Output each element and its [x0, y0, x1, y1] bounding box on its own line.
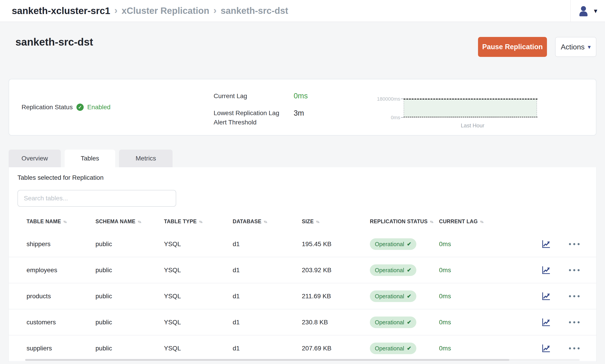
- cell-current-lag: 0ms: [439, 345, 451, 352]
- table-row[interactable]: employees public YSQL d1 203.92 KB Opera…: [9, 257, 597, 283]
- cell-current-lag: 0ms: [439, 240, 451, 248]
- status-badge: Operational✔: [370, 290, 416, 302]
- lag-chart-xlabel: Last Hour: [448, 122, 498, 129]
- actions-button-label: Actions: [561, 43, 585, 51]
- table-body: shippers public YSQL d1 195.45 KB Operat…: [9, 231, 597, 362]
- lag-threshold-label: Lowest Replication Lag Alert Threshold: [214, 108, 289, 127]
- lag-current-line: [404, 117, 538, 117]
- column-header-size[interactable]: SIZE ▾▴: [302, 219, 319, 225]
- cell-database: d1: [233, 240, 240, 248]
- breadcrumb-universe[interactable]: sanketh-xcluster-src1: [12, 5, 110, 16]
- current-lag-label: Current Lag: [214, 92, 247, 100]
- cell-current-lag: 0ms: [439, 267, 451, 274]
- horizontal-scrollbar-thumb[interactable]: [25, 359, 509, 361]
- row-metrics-chart-button[interactable]: [541, 317, 551, 327]
- lag-threshold-line: [404, 99, 538, 100]
- cell-schema-name: public: [95, 293, 112, 300]
- status-badge: Operational✔: [370, 342, 416, 354]
- row-metrics-chart-button[interactable]: [541, 265, 551, 275]
- sort-icon: ▾▴: [63, 219, 66, 224]
- check-icon: ✔: [407, 319, 411, 325]
- column-header-current-lag[interactable]: CURRENT LAG ▾▴: [439, 219, 483, 225]
- lag-mini-chart: [404, 99, 537, 117]
- check-circle-icon: ✓: [76, 104, 84, 111]
- caret-down-icon: ▾: [594, 7, 597, 15]
- column-header-schema-name[interactable]: SCHEMA NAME ▾▴: [95, 219, 141, 225]
- cell-database: d1: [233, 345, 240, 352]
- trend-chart-icon: [541, 291, 551, 301]
- cell-table-type: YSQL: [164, 293, 181, 300]
- cell-current-lag: 0ms: [439, 293, 451, 300]
- trend-chart-icon: [541, 343, 551, 353]
- chevron-right-icon: ›: [213, 5, 217, 16]
- ellipsis-icon: [569, 347, 571, 349]
- row-metrics-chart-button[interactable]: [541, 343, 551, 353]
- user-menu[interactable]: ▾: [571, 5, 605, 17]
- breadcrumb-current-page[interactable]: sanketh-src-dst: [221, 6, 288, 16]
- table-row[interactable]: shippers public YSQL d1 195.45 KB Operat…: [9, 231, 597, 257]
- sort-icon: ▾▴: [316, 219, 319, 224]
- tab-tables[interactable]: Tables: [65, 150, 115, 167]
- user-icon: [578, 5, 589, 17]
- table-row[interactable]: products public YSQL d1 211.69 KB Operat…: [9, 283, 597, 309]
- cell-table-name: employees: [26, 267, 57, 274]
- cell-table-type: YSQL: [164, 319, 181, 326]
- sort-icon: ▾▴: [138, 219, 141, 224]
- column-header-replication-status[interactable]: REPLICATION STATUS ▾▴: [370, 219, 433, 225]
- row-metrics-chart-button[interactable]: [541, 239, 551, 249]
- column-header-database[interactable]: DATABASE ▾▴: [233, 219, 267, 225]
- cell-size: 203.92 KB: [302, 267, 331, 274]
- row-more-actions-button[interactable]: [567, 345, 581, 351]
- lag-chart-ymax-label: 180000ms: [358, 96, 400, 102]
- replication-status-value: Enabled: [87, 104, 111, 111]
- sort-icon: ▾▴: [480, 219, 483, 224]
- cell-schema-name: public: [95, 240, 112, 248]
- current-lag-value: 0ms: [294, 91, 308, 100]
- check-icon: ✔: [407, 345, 411, 351]
- pause-replication-button[interactable]: Pause Replication: [478, 37, 547, 57]
- status-badge: Operational✔: [370, 238, 416, 250]
- cell-current-lag: 0ms: [439, 319, 451, 326]
- check-icon: ✔: [407, 293, 411, 299]
- lag-chart-ymin-label: 0ms: [358, 115, 400, 121]
- replication-status-label: Replication Status: [22, 104, 73, 111]
- cell-table-name: suppliers: [26, 345, 52, 352]
- table-row[interactable]: suppliers public YSQL d1 207.69 KB Opera…: [9, 336, 597, 362]
- check-icon: ✔: [407, 241, 411, 247]
- topbar-divider: [570, 0, 571, 22]
- page-title: sanketh-src-dst: [15, 36, 93, 48]
- column-header-table-name[interactable]: TABLE NAME ▾▴: [26, 219, 66, 225]
- trend-chart-icon: [541, 317, 551, 327]
- cell-database: d1: [233, 293, 240, 300]
- status-badge: Operational✔: [370, 316, 416, 328]
- cell-table-type: YSQL: [164, 267, 181, 274]
- row-more-actions-button[interactable]: [567, 241, 581, 247]
- cell-size: 207.69 KB: [302, 345, 331, 352]
- check-icon: ✔: [407, 267, 411, 273]
- search-tables-input[interactable]: [17, 190, 176, 207]
- detail-tabs: Overview Tables Metrics: [9, 150, 172, 167]
- ellipsis-icon: [569, 269, 571, 271]
- column-header-table-type[interactable]: TABLE TYPE ▾▴: [164, 219, 202, 225]
- row-metrics-chart-button[interactable]: [541, 291, 551, 301]
- breadcrumb-xcluster-replication[interactable]: xCluster Replication: [121, 6, 209, 16]
- table-header-row: TABLE NAME ▾▴ SCHEMA NAME ▾▴ TABLE TYPE …: [9, 215, 597, 229]
- cell-schema-name: public: [95, 267, 112, 274]
- cell-table-type: YSQL: [164, 345, 181, 352]
- cell-schema-name: public: [95, 345, 112, 352]
- ellipsis-icon: [569, 243, 571, 245]
- cell-database: d1: [233, 319, 240, 326]
- row-more-actions-button[interactable]: [567, 319, 581, 325]
- tab-metrics[interactable]: Metrics: [119, 150, 172, 167]
- actions-button[interactable]: Actions ▾: [555, 37, 596, 57]
- cell-size: 230.8 KB: [302, 319, 328, 326]
- cell-table-name: products: [26, 293, 51, 300]
- ellipsis-icon: [569, 321, 571, 323]
- row-more-actions-button[interactable]: [567, 267, 581, 273]
- breadcrumb: sanketh-xcluster-src1 › xCluster Replica…: [0, 5, 288, 16]
- row-more-actions-button[interactable]: [567, 293, 581, 299]
- tab-overview[interactable]: Overview: [9, 150, 61, 167]
- replication-status-row: Replication Status ✓ Enabled: [22, 79, 110, 135]
- cell-size: 211.69 KB: [302, 293, 331, 300]
- table-row[interactable]: customers public YSQL d1 230.8 KB Operat…: [9, 309, 597, 336]
